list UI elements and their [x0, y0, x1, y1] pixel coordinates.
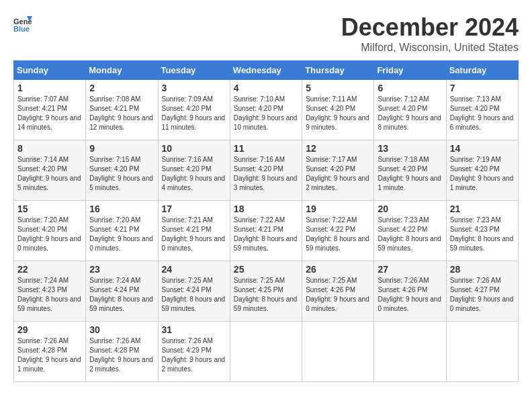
calendar-body: 1 Sunrise: 7:07 AMSunset: 4:21 PMDayligh… — [14, 80, 519, 382]
calendar-week-row: 1 Sunrise: 7:07 AMSunset: 4:21 PMDayligh… — [14, 80, 519, 140]
day-number: 14 — [450, 143, 515, 154]
day-info: Sunrise: 7:26 AMSunset: 4:28 PMDaylight:… — [17, 336, 82, 374]
day-info: Sunrise: 7:26 AMSunset: 4:27 PMDaylight:… — [450, 276, 515, 314]
calendar-day-cell: 17 Sunrise: 7:21 AMSunset: 4:21 PMDaylig… — [158, 201, 230, 261]
day-info: Sunrise: 7:16 AMSunset: 4:20 PMDaylight:… — [234, 155, 298, 193]
day-number: 28 — [450, 264, 515, 275]
calendar-day-cell: 13 Sunrise: 7:18 AMSunset: 4:20 PMDaylig… — [374, 140, 446, 201]
day-number: 9 — [89, 143, 154, 154]
calendar-day-cell — [374, 322, 446, 382]
calendar-table: SundayMondayTuesdayWednesdayThursdayFrid… — [13, 60, 519, 382]
day-info: Sunrise: 7:26 AMSunset: 4:29 PMDaylight:… — [162, 336, 226, 374]
day-number: 8 — [17, 143, 82, 154]
calendar-day-cell: 30 Sunrise: 7:26 AMSunset: 4:28 PMDaylig… — [86, 322, 158, 382]
day-info: Sunrise: 7:11 AMSunset: 4:20 PMDaylight:… — [306, 95, 370, 132]
day-number: 15 — [17, 203, 82, 214]
day-info: Sunrise: 7:18 AMSunset: 4:20 PMDaylight:… — [378, 155, 442, 193]
day-info: Sunrise: 7:16 AMSunset: 4:20 PMDaylight:… — [162, 155, 226, 193]
calendar-header-cell: Saturday — [446, 61, 518, 80]
calendar-header-cell: Sunday — [14, 61, 86, 80]
calendar-header-cell: Thursday — [302, 61, 374, 80]
day-info: Sunrise: 7:19 AMSunset: 4:20 PMDaylight:… — [450, 155, 515, 193]
calendar-day-cell — [230, 322, 302, 382]
calendar-day-cell: 31 Sunrise: 7:26 AMSunset: 4:29 PMDaylig… — [158, 322, 230, 382]
calendar-day-cell: 14 Sunrise: 7:19 AMSunset: 4:20 PMDaylig… — [446, 140, 518, 201]
day-info: Sunrise: 7:09 AMSunset: 4:20 PMDaylight:… — [162, 95, 226, 132]
calendar-header-cell: Wednesday — [230, 61, 302, 80]
day-number: 24 — [162, 264, 226, 275]
calendar-day-cell: 1 Sunrise: 7:07 AMSunset: 4:21 PMDayligh… — [14, 80, 86, 140]
logo-icon: General Blue — [13, 13, 32, 32]
calendar-day-cell: 18 Sunrise: 7:22 AMSunset: 4:21 PMDaylig… — [230, 201, 302, 261]
month-title: December 2024 — [341, 13, 519, 42]
day-number: 1 — [17, 83, 82, 93]
logo: General Blue — [13, 13, 32, 32]
day-number: 6 — [378, 83, 442, 93]
day-info: Sunrise: 7:22 AMSunset: 4:22 PMDaylight:… — [306, 216, 370, 253]
calendar-day-cell — [446, 322, 518, 382]
day-info: Sunrise: 7:25 AMSunset: 4:24 PMDaylight:… — [162, 276, 226, 314]
day-number: 17 — [162, 203, 226, 214]
day-info: Sunrise: 7:25 AMSunset: 4:26 PMDaylight:… — [306, 276, 370, 314]
day-info: Sunrise: 7:17 AMSunset: 4:20 PMDaylight:… — [306, 155, 370, 193]
day-info: Sunrise: 7:23 AMSunset: 4:23 PMDaylight:… — [450, 216, 515, 253]
calendar-day-cell: 25 Sunrise: 7:25 AMSunset: 4:25 PMDaylig… — [230, 261, 302, 322]
day-info: Sunrise: 7:14 AMSunset: 4:20 PMDaylight:… — [17, 155, 82, 193]
calendar-day-cell: 27 Sunrise: 7:26 AMSunset: 4:26 PMDaylig… — [374, 261, 446, 322]
calendar-day-cell: 6 Sunrise: 7:12 AMSunset: 4:20 PMDayligh… — [374, 80, 446, 140]
calendar-header-cell: Tuesday — [158, 61, 230, 80]
calendar-header-cell: Friday — [374, 61, 446, 80]
day-number: 26 — [306, 264, 370, 275]
day-info: Sunrise: 7:20 AMSunset: 4:20 PMDaylight:… — [17, 216, 82, 253]
day-number: 2 — [89, 83, 154, 93]
day-number: 4 — [234, 83, 298, 93]
day-info: Sunrise: 7:08 AMSunset: 4:21 PMDaylight:… — [89, 95, 154, 132]
calendar-week-row: 8 Sunrise: 7:14 AMSunset: 4:20 PMDayligh… — [14, 140, 519, 201]
calendar-day-cell: 7 Sunrise: 7:13 AMSunset: 4:20 PMDayligh… — [446, 80, 518, 140]
day-info: Sunrise: 7:10 AMSunset: 4:20 PMDaylight:… — [234, 95, 298, 132]
calendar-day-cell — [302, 322, 374, 382]
calendar-week-row: 29 Sunrise: 7:26 AMSunset: 4:28 PMDaylig… — [14, 322, 519, 382]
calendar-day-cell: 24 Sunrise: 7:25 AMSunset: 4:24 PMDaylig… — [158, 261, 230, 322]
day-number: 10 — [162, 143, 226, 154]
calendar-day-cell: 3 Sunrise: 7:09 AMSunset: 4:20 PMDayligh… — [158, 80, 230, 140]
day-info: Sunrise: 7:24 AMSunset: 4:23 PMDaylight:… — [17, 276, 82, 314]
calendar-day-cell: 10 Sunrise: 7:16 AMSunset: 4:20 PMDaylig… — [158, 140, 230, 201]
calendar-day-cell: 16 Sunrise: 7:20 AMSunset: 4:21 PMDaylig… — [86, 201, 158, 261]
calendar-week-row: 22 Sunrise: 7:24 AMSunset: 4:23 PMDaylig… — [14, 261, 519, 322]
location-title: Milford, Wisconsin, United States — [341, 42, 519, 54]
calendar-day-cell: 26 Sunrise: 7:25 AMSunset: 4:26 PMDaylig… — [302, 261, 374, 322]
calendar-day-cell: 19 Sunrise: 7:22 AMSunset: 4:22 PMDaylig… — [302, 201, 374, 261]
day-number: 3 — [162, 83, 226, 93]
calendar-day-cell: 12 Sunrise: 7:17 AMSunset: 4:20 PMDaylig… — [302, 140, 374, 201]
calendar-day-cell: 15 Sunrise: 7:20 AMSunset: 4:20 PMDaylig… — [14, 201, 86, 261]
calendar-day-cell: 23 Sunrise: 7:24 AMSunset: 4:24 PMDaylig… — [86, 261, 158, 322]
day-number: 18 — [234, 203, 298, 214]
calendar-day-cell: 21 Sunrise: 7:23 AMSunset: 4:23 PMDaylig… — [446, 201, 518, 261]
day-info: Sunrise: 7:22 AMSunset: 4:21 PMDaylight:… — [234, 216, 298, 253]
calendar-day-cell: 29 Sunrise: 7:26 AMSunset: 4:28 PMDaylig… — [14, 322, 86, 382]
calendar-day-cell: 22 Sunrise: 7:24 AMSunset: 4:23 PMDaylig… — [14, 261, 86, 322]
calendar-day-cell: 28 Sunrise: 7:26 AMSunset: 4:27 PMDaylig… — [446, 261, 518, 322]
day-info: Sunrise: 7:15 AMSunset: 4:20 PMDaylight:… — [89, 155, 154, 193]
title-area: December 2024 Milford, Wisconsin, United… — [341, 13, 519, 54]
day-number: 30 — [89, 324, 154, 335]
day-info: Sunrise: 7:21 AMSunset: 4:21 PMDaylight:… — [162, 216, 226, 253]
day-number: 25 — [234, 264, 298, 275]
calendar-day-cell: 11 Sunrise: 7:16 AMSunset: 4:20 PMDaylig… — [230, 140, 302, 201]
day-info: Sunrise: 7:26 AMSunset: 4:26 PMDaylight:… — [378, 276, 442, 314]
day-number: 27 — [378, 264, 442, 275]
calendar-day-cell: 9 Sunrise: 7:15 AMSunset: 4:20 PMDayligh… — [86, 140, 158, 201]
day-number: 5 — [306, 83, 370, 93]
day-info: Sunrise: 7:20 AMSunset: 4:21 PMDaylight:… — [89, 216, 154, 253]
day-info: Sunrise: 7:23 AMSunset: 4:22 PMDaylight:… — [378, 216, 442, 253]
day-number: 7 — [450, 83, 515, 93]
day-number: 16 — [89, 203, 154, 214]
calendar-day-cell: 2 Sunrise: 7:08 AMSunset: 4:21 PMDayligh… — [86, 80, 158, 140]
calendar-day-cell: 8 Sunrise: 7:14 AMSunset: 4:20 PMDayligh… — [14, 140, 86, 201]
day-info: Sunrise: 7:24 AMSunset: 4:24 PMDaylight:… — [89, 276, 154, 314]
calendar-day-cell: 20 Sunrise: 7:23 AMSunset: 4:22 PMDaylig… — [374, 201, 446, 261]
calendar-day-cell: 5 Sunrise: 7:11 AMSunset: 4:20 PMDayligh… — [302, 80, 374, 140]
day-number: 12 — [306, 143, 370, 154]
day-info: Sunrise: 7:07 AMSunset: 4:21 PMDaylight:… — [17, 95, 82, 132]
